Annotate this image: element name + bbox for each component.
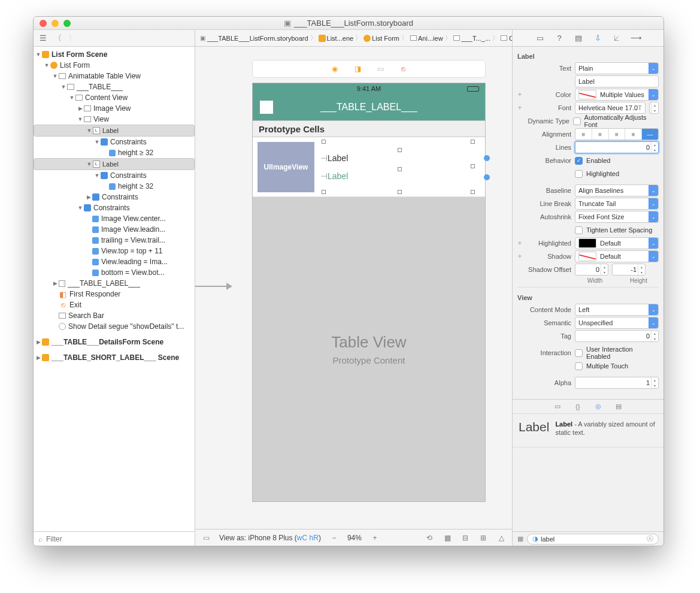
- view-row[interactable]: ▼View: [34, 114, 195, 125]
- constraint-pin-icon[interactable]: [484, 174, 490, 180]
- update-frames-icon[interactable]: ⟲: [425, 533, 434, 543]
- cell-label-1[interactable]: ⊣Label: [320, 153, 348, 163]
- device-preview[interactable]: 9:41 AM ___TABLE_LABEL___ Prototype Cell…: [252, 83, 486, 502]
- embed-icon[interactable]: ▦: [443, 533, 452, 543]
- constraint-item-row[interactable]: height ≥ 32: [34, 147, 195, 158]
- object-library-icon[interactable]: ◎: [593, 402, 603, 412]
- constraint-item-row[interactable]: View.leading = Ima...: [34, 256, 195, 267]
- vc-row[interactable]: ▼List Form: [34, 60, 195, 71]
- toggle-outline-icon[interactable]: ▭: [201, 533, 211, 543]
- forward-button[interactable]: 〉: [67, 34, 77, 43]
- navitem-row[interactable]: ▶〈___TABLE_LABEL___: [34, 278, 195, 289]
- library-item[interactable]: Label Label - A variably sized amount of…: [513, 414, 663, 447]
- highlighted-color-select[interactable]: Default⌄: [575, 237, 659, 249]
- related-items-icon[interactable]: ☰: [38, 34, 48, 43]
- searchbar-dock-icon[interactable]: ▭: [375, 64, 385, 74]
- scene-row[interactable]: ▼List Form Scene: [34, 49, 195, 60]
- media-library-icon[interactable]: ▤: [614, 402, 623, 412]
- exit-dock-icon[interactable]: ⎋: [398, 64, 408, 74]
- text-field[interactable]: Label: [575, 75, 659, 87]
- file-inspector-icon[interactable]: ▭: [535, 34, 545, 43]
- segue-row[interactable]: Show Detail segue "showDetails" t...: [34, 321, 195, 332]
- highlighted-checkbox[interactable]: [575, 170, 583, 178]
- align-icon[interactable]: ⊟: [460, 533, 470, 543]
- library-search[interactable]: ◑labelⓧ: [527, 534, 659, 544]
- constraint-item-row[interactable]: bottom = View.bot...: [34, 267, 195, 278]
- scene-row[interactable]: ▶___TABLE___DetailsForm Scene: [34, 337, 195, 347]
- baseline-select[interactable]: Align Baselines⌄: [575, 184, 659, 196]
- view-as-label[interactable]: View as: iPhone 8 Plus (wC hR): [219, 534, 321, 542]
- constraint-item-row[interactable]: trailing = View.trail...: [34, 235, 195, 246]
- zoom-out-button[interactable]: −: [329, 533, 339, 543]
- searchbar-row[interactable]: Search Bar: [34, 310, 195, 321]
- multiple-touch-checkbox[interactable]: [575, 362, 583, 370]
- tighten-spacing-checkbox[interactable]: [575, 226, 583, 234]
- pin-icon[interactable]: ⊞: [478, 533, 488, 543]
- scene-row[interactable]: ▶___TABLE_SHORT_LABEL___ Scene: [34, 352, 195, 363]
- alignment-segmented[interactable]: ≡≡≡≡---: [575, 128, 659, 140]
- user-interaction-checkbox[interactable]: [575, 349, 583, 357]
- add-attribute-button[interactable]: +: [517, 252, 522, 261]
- label-row[interactable]: ▼LLabel: [34, 158, 195, 170]
- add-attribute-button[interactable]: +: [517, 104, 522, 112]
- add-attribute-button[interactable]: +: [517, 239, 522, 247]
- constraints-row[interactable]: ▶Constraints: [34, 192, 195, 202]
- cell-label-2[interactable]: ⊣Label: [320, 171, 348, 181]
- font-picker-icon[interactable]: T: [638, 104, 642, 111]
- prototype-cell[interactable]: UIImageView ⊣Label ⊣Label: [253, 137, 485, 197]
- attributes-inspector-icon[interactable]: ⇩: [593, 34, 602, 43]
- text-type-select[interactable]: Plain⌄: [575, 62, 659, 74]
- cell-imageview[interactable]: UIImageView: [257, 142, 314, 192]
- breadcrumb[interactable]: ▣___TABLE___ListForm.storyboard〉 List...…: [195, 30, 513, 46]
- content-row[interactable]: ▼Content View: [34, 92, 195, 103]
- first-responder-row[interactable]: ◧First Responder: [34, 289, 195, 299]
- auto-adjust-font-checkbox[interactable]: [573, 117, 581, 125]
- vc-dock-icon[interactable]: ◉: [330, 64, 340, 74]
- zoom-in-button[interactable]: +: [370, 533, 380, 543]
- autoshrink-select[interactable]: Fixed Font Size⌄: [575, 211, 659, 223]
- library-grid-icon[interactable]: ▦: [517, 535, 523, 543]
- tableview-row[interactable]: ▼Animatable Table View: [34, 71, 195, 81]
- help-inspector-icon[interactable]: ?: [554, 34, 564, 43]
- clear-search-icon[interactable]: ⓧ: [647, 534, 653, 543]
- cell-row[interactable]: ▼___TABLE___: [34, 81, 195, 92]
- constraint-item-row[interactable]: View.top = top + 11: [34, 246, 195, 256]
- constraint-item-row[interactable]: Image View.center...: [34, 213, 195, 224]
- font-field[interactable]: Helvetica Neue 17.0T: [575, 102, 646, 114]
- lines-stepper[interactable]: 0▴▾: [575, 141, 659, 153]
- outline-filter[interactable]: ⌕: [34, 531, 195, 546]
- constraint-item-row[interactable]: height ≥ 32: [34, 181, 195, 192]
- resolve-icon[interactable]: △: [496, 533, 506, 543]
- constraint-pin-icon[interactable]: [484, 155, 490, 161]
- content-mode-select[interactable]: Left⌄: [575, 304, 659, 316]
- imageview-row[interactable]: ▶Image View: [34, 103, 195, 114]
- alpha-stepper[interactable]: 1▴▾: [575, 377, 659, 389]
- color-select[interactable]: Multiple Values⌄: [575, 89, 659, 101]
- first-responder-dock-icon[interactable]: ◨: [353, 64, 362, 74]
- exit-row[interactable]: ⎋Exit: [34, 299, 195, 310]
- zoom-level[interactable]: 94%: [347, 534, 362, 542]
- constraint-item-row[interactable]: Image View.leadin...: [34, 224, 195, 235]
- connections-inspector-icon[interactable]: ⟶: [631, 34, 641, 43]
- identity-inspector-icon[interactable]: ▤: [574, 34, 583, 43]
- canvas[interactable]: ◉ ◨ ▭ ⎋ 9:41 AM ___TABLE_LABEL___ Protot…: [195, 47, 513, 546]
- filter-input[interactable]: [46, 535, 190, 543]
- enabled-checkbox[interactable]: ✓: [575, 157, 583, 165]
- linebreak-select[interactable]: Truncate Tail⌄: [575, 198, 659, 210]
- bar-button[interactable]: [260, 101, 273, 114]
- add-attribute-button[interactable]: +: [517, 90, 522, 99]
- shadow-height-stepper[interactable]: -1▴▾: [612, 264, 646, 276]
- scene-dock[interactable]: ◉ ◨ ▭ ⎋: [252, 60, 486, 78]
- constraints-row[interactable]: ▼Constraints: [34, 202, 195, 213]
- constraints-row[interactable]: ▼Constraints: [34, 170, 195, 181]
- code-snippet-library-icon[interactable]: {}: [573, 402, 583, 412]
- shadow-color-select[interactable]: Default⌄: [575, 250, 659, 262]
- constraints-row[interactable]: ▼Constraints: [34, 137, 195, 147]
- semantic-select[interactable]: Unspecified⌄: [575, 317, 659, 329]
- tag-stepper[interactable]: 0▴▾: [575, 330, 659, 342]
- back-button[interactable]: 〈: [53, 34, 62, 43]
- label-row[interactable]: ▼LLabel: [34, 125, 195, 137]
- file-template-library-icon[interactable]: ▭: [553, 402, 562, 412]
- shadow-width-stepper[interactable]: 0▴▾: [575, 264, 608, 276]
- size-inspector-icon[interactable]: ⟀: [612, 34, 622, 43]
